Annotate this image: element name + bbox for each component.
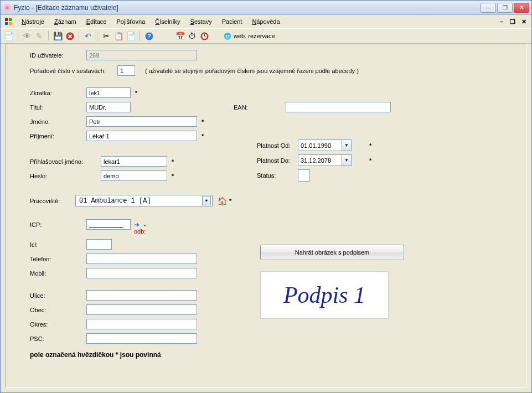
help-icon[interactable]: ? [144,31,154,41]
icl-label: Icl: [30,241,86,248]
form-area: ID uživatele: Pořadové číslo v sestavách… [5,44,527,388]
obec-field[interactable] [86,304,197,315]
jmeno-label: Jméno: [30,118,86,125]
poradove-note: ( uživatelé se stejným pořadovým číslem … [145,68,359,74]
timer-icon[interactable]: ⏱ [187,31,197,41]
obec-label: Obec: [30,307,86,313]
mobil-field[interactable] [86,268,197,278]
platnost-do-label: Platnost Do: [257,157,298,164]
copy-icon[interactable]: 📋 [113,31,123,41]
menu-editace[interactable]: Editace [82,17,111,26]
id-label: ID uživatele: [30,52,86,59]
eye-icon[interactable]: 👁 [22,31,32,41]
ulice-label: Ulice: [30,292,86,299]
zkratka-field[interactable] [86,87,131,98]
app-icon: 🌸 [3,3,12,12]
maximize-button[interactable]: ❐ [497,3,513,13]
required-mark: * [135,90,137,96]
toolbar: 📄 👁 ✎ 💾 ↶ ✂ 📋 📄 ? 📅 ⏱ 🌐 web. rezervace [1,28,531,44]
platnost-od-label: Platnost Od: [257,142,298,149]
ean-label: EAN: [234,104,286,111]
jmeno-field[interactable] [86,116,197,127]
globe-icon: 🌐 [224,33,231,40]
zkratka-label: Zkratka: [30,90,86,96]
upload-signature-button[interactable]: Nahrát obrázek s podpisem [260,245,404,260]
main-window: 🌸 Fyzio - [Editace záznamu uživatele] — … [0,0,532,393]
menubar: Nástroje Záznam Editace Pojišťovna Čísel… [1,15,531,28]
okres-label: Okres: [30,321,86,328]
menu-napoveda[interactable]: Nápověda [247,17,284,26]
pracoviste-combo[interactable]: 01 Ambulance 1 [A] ▼ [75,195,213,206]
required-mark: * [202,133,204,139]
required-mark: * [202,118,204,125]
login-label: Přihlašovací jméno: [30,158,101,165]
id-field [86,50,197,60]
psc-field[interactable] [86,333,197,344]
icp-lookup-icon[interactable]: ➜ [133,221,141,229]
menu-sestavy[interactable]: Sestavy [186,17,216,26]
prijmeni-field[interactable] [86,131,197,141]
poradove-field[interactable] [117,65,135,76]
menu-nastroje[interactable]: Nástroje [17,17,49,26]
new-icon[interactable]: 📄 [4,31,14,41]
platnost-do-dropdown[interactable]: ▼ [342,154,352,166]
save-icon[interactable]: 💾 [53,31,63,41]
dash: - [144,221,146,228]
poradove-label: Pořadové číslo v sestavách: [30,68,117,74]
login-field[interactable] [101,156,167,167]
mobil-label: Mobil: [30,270,86,277]
required-mark: * [369,142,371,149]
cancel-icon[interactable] [65,31,75,41]
paste-icon[interactable]: 📄 [126,31,136,41]
required-fields-note: pole označená hvězdičkou * jsou povinná [30,351,161,359]
titul-field[interactable] [86,102,131,112]
okres-field[interactable] [86,319,197,329]
required-mark: * [229,198,231,204]
window-title: Fyzio - [Editace záznamu uživatele] [14,4,481,12]
status-box[interactable] [298,169,310,182]
app-menu-icon[interactable] [4,17,13,26]
status-label: Status: [257,172,298,179]
required-mark: * [172,158,174,165]
edit-icon[interactable]: ✎ [34,31,44,41]
chevron-down-icon[interactable]: ▼ [202,196,211,205]
ulice-field[interactable] [86,290,197,301]
web-rezervace-button[interactable]: 🌐 web. rezervace [220,32,278,41]
required-mark: * [172,173,174,179]
signature-image: Podpis 1 [260,271,389,319]
mdi-close[interactable]: ✕ [519,18,528,25]
cut-icon[interactable]: ✂ [101,31,111,41]
icp-label: ICP: [30,221,86,228]
icl-field[interactable] [86,239,112,250]
home-icon[interactable]: 🏠 [217,196,227,206]
platnost-do-field[interactable]: 31.12.2078 [298,154,342,166]
pracoviste-label: Pracoviště: [30,198,75,204]
svg-text:?: ? [147,33,151,39]
undo-icon[interactable]: ↶ [83,31,93,41]
ean-field[interactable] [286,102,391,112]
icp-field[interactable] [86,219,131,230]
calendar-icon[interactable]: 📅 [175,31,185,41]
titul-label: Titul: [30,104,86,111]
required-mark: * [369,157,371,164]
menu-pojistovna[interactable]: Pojišťovna [112,17,149,26]
odb-label: odb: [134,228,146,235]
minimize-button[interactable]: — [481,3,496,13]
svg-rect-0 [5,18,8,21]
psc-label: PSC: [30,335,86,342]
menu-zaznam[interactable]: Záznam [50,17,81,26]
close-button[interactable]: ✕ [514,3,529,13]
platnost-od-dropdown[interactable]: ▼ [342,139,352,151]
svg-rect-3 [9,22,12,25]
mdi-minimize[interactable]: – [497,18,506,25]
titlebar: 🌸 Fyzio - [Editace záznamu uživatele] — … [1,1,531,15]
svg-rect-2 [5,22,8,25]
menu-pacient[interactable]: Pacient [218,17,247,26]
platnost-od-field[interactable]: 01.01.1990 [298,139,342,151]
telefon-field[interactable] [86,254,197,264]
heslo-field[interactable] [101,170,167,181]
menu-ciselniky[interactable]: Číselníky [151,17,184,26]
telefon-label: Telefon: [30,256,86,262]
mdi-restore[interactable]: ❐ [508,18,517,25]
clock-icon[interactable] [199,31,209,41]
